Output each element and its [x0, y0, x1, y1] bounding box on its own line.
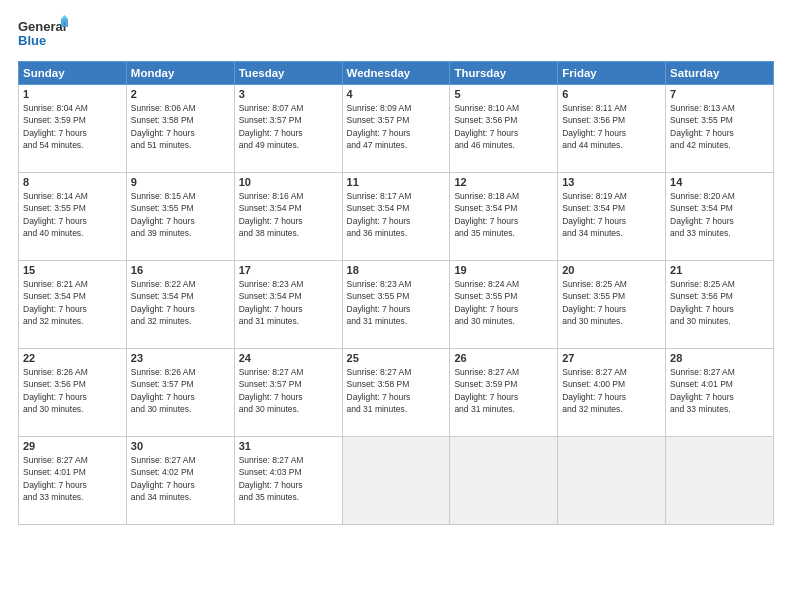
day-number: 21 — [670, 264, 769, 276]
day-info: Sunrise: 8:27 AMSunset: 3:58 PMDaylight:… — [347, 366, 446, 415]
calendar-day-cell: 5Sunrise: 8:10 AMSunset: 3:56 PMDaylight… — [450, 85, 558, 173]
calendar-day-cell: 6Sunrise: 8:11 AMSunset: 3:56 PMDaylight… — [558, 85, 666, 173]
calendar-day-cell: 17Sunrise: 8:23 AMSunset: 3:54 PMDayligh… — [234, 261, 342, 349]
calendar-day-header: Friday — [558, 62, 666, 85]
day-info: Sunrise: 8:09 AMSunset: 3:57 PMDaylight:… — [347, 102, 446, 151]
calendar-day-cell: 29Sunrise: 8:27 AMSunset: 4:01 PMDayligh… — [19, 437, 127, 525]
calendar-day-header: Sunday — [19, 62, 127, 85]
svg-marker-3 — [61, 15, 68, 19]
calendar-day-cell: 15Sunrise: 8:21 AMSunset: 3:54 PMDayligh… — [19, 261, 127, 349]
calendar-day-cell — [558, 437, 666, 525]
calendar-day-cell — [450, 437, 558, 525]
day-number: 1 — [23, 88, 122, 100]
calendar-day-cell: 12Sunrise: 8:18 AMSunset: 3:54 PMDayligh… — [450, 173, 558, 261]
day-info: Sunrise: 8:27 AMSunset: 4:03 PMDaylight:… — [239, 454, 338, 503]
calendar-week-row: 8Sunrise: 8:14 AMSunset: 3:55 PMDaylight… — [19, 173, 774, 261]
day-info: Sunrise: 8:27 AMSunset: 4:01 PMDaylight:… — [23, 454, 122, 503]
day-info: Sunrise: 8:16 AMSunset: 3:54 PMDaylight:… — [239, 190, 338, 239]
calendar-week-row: 22Sunrise: 8:26 AMSunset: 3:56 PMDayligh… — [19, 349, 774, 437]
calendar-day-header: Monday — [126, 62, 234, 85]
calendar-day-cell: 11Sunrise: 8:17 AMSunset: 3:54 PMDayligh… — [342, 173, 450, 261]
logo: General Blue — [18, 15, 68, 51]
calendar-day-cell: 4Sunrise: 8:09 AMSunset: 3:57 PMDaylight… — [342, 85, 450, 173]
day-info: Sunrise: 8:07 AMSunset: 3:57 PMDaylight:… — [239, 102, 338, 151]
svg-text:General: General — [18, 19, 66, 34]
day-info: Sunrise: 8:23 AMSunset: 3:55 PMDaylight:… — [347, 278, 446, 327]
day-number: 2 — [131, 88, 230, 100]
day-number: 22 — [23, 352, 122, 364]
day-number: 17 — [239, 264, 338, 276]
day-number: 9 — [131, 176, 230, 188]
calendar-day-cell — [666, 437, 774, 525]
day-number: 14 — [670, 176, 769, 188]
calendar-day-cell: 22Sunrise: 8:26 AMSunset: 3:56 PMDayligh… — [19, 349, 127, 437]
day-number: 18 — [347, 264, 446, 276]
day-info: Sunrise: 8:20 AMSunset: 3:54 PMDaylight:… — [670, 190, 769, 239]
day-number: 24 — [239, 352, 338, 364]
day-number: 30 — [131, 440, 230, 452]
calendar-day-cell: 14Sunrise: 8:20 AMSunset: 3:54 PMDayligh… — [666, 173, 774, 261]
day-number: 5 — [454, 88, 553, 100]
day-info: Sunrise: 8:27 AMSunset: 4:00 PMDaylight:… — [562, 366, 661, 415]
day-info: Sunrise: 8:23 AMSunset: 3:54 PMDaylight:… — [239, 278, 338, 327]
calendar-day-cell: 16Sunrise: 8:22 AMSunset: 3:54 PMDayligh… — [126, 261, 234, 349]
day-info: Sunrise: 8:18 AMSunset: 3:54 PMDaylight:… — [454, 190, 553, 239]
calendar-week-row: 29Sunrise: 8:27 AMSunset: 4:01 PMDayligh… — [19, 437, 774, 525]
calendar-day-cell — [342, 437, 450, 525]
calendar-day-cell: 25Sunrise: 8:27 AMSunset: 3:58 PMDayligh… — [342, 349, 450, 437]
calendar-day-header: Saturday — [666, 62, 774, 85]
day-number: 31 — [239, 440, 338, 452]
calendar-day-cell: 18Sunrise: 8:23 AMSunset: 3:55 PMDayligh… — [342, 261, 450, 349]
calendar-day-cell: 8Sunrise: 8:14 AMSunset: 3:55 PMDaylight… — [19, 173, 127, 261]
calendar-day-cell: 31Sunrise: 8:27 AMSunset: 4:03 PMDayligh… — [234, 437, 342, 525]
day-number: 3 — [239, 88, 338, 100]
day-number: 19 — [454, 264, 553, 276]
calendar-day-cell: 23Sunrise: 8:26 AMSunset: 3:57 PMDayligh… — [126, 349, 234, 437]
calendar-day-cell: 1Sunrise: 8:04 AMSunset: 3:59 PMDaylight… — [19, 85, 127, 173]
day-number: 11 — [347, 176, 446, 188]
day-info: Sunrise: 8:24 AMSunset: 3:55 PMDaylight:… — [454, 278, 553, 327]
day-number: 16 — [131, 264, 230, 276]
calendar-day-cell: 28Sunrise: 8:27 AMSunset: 4:01 PMDayligh… — [666, 349, 774, 437]
day-info: Sunrise: 8:15 AMSunset: 3:55 PMDaylight:… — [131, 190, 230, 239]
day-number: 10 — [239, 176, 338, 188]
calendar-day-cell: 10Sunrise: 8:16 AMSunset: 3:54 PMDayligh… — [234, 173, 342, 261]
calendar-week-row: 1Sunrise: 8:04 AMSunset: 3:59 PMDaylight… — [19, 85, 774, 173]
day-info: Sunrise: 8:27 AMSunset: 4:01 PMDaylight:… — [670, 366, 769, 415]
day-number: 6 — [562, 88, 661, 100]
calendar-day-header: Thursday — [450, 62, 558, 85]
day-number: 20 — [562, 264, 661, 276]
day-info: Sunrise: 8:13 AMSunset: 3:55 PMDaylight:… — [670, 102, 769, 151]
calendar-day-cell: 21Sunrise: 8:25 AMSunset: 3:56 PMDayligh… — [666, 261, 774, 349]
day-number: 25 — [347, 352, 446, 364]
day-number: 13 — [562, 176, 661, 188]
calendar-day-cell: 27Sunrise: 8:27 AMSunset: 4:00 PMDayligh… — [558, 349, 666, 437]
day-info: Sunrise: 8:17 AMSunset: 3:54 PMDaylight:… — [347, 190, 446, 239]
calendar-day-cell: 3Sunrise: 8:07 AMSunset: 3:57 PMDaylight… — [234, 85, 342, 173]
day-info: Sunrise: 8:25 AMSunset: 3:55 PMDaylight:… — [562, 278, 661, 327]
page-header: General Blue — [18, 15, 774, 51]
day-number: 7 — [670, 88, 769, 100]
calendar-day-cell: 20Sunrise: 8:25 AMSunset: 3:55 PMDayligh… — [558, 261, 666, 349]
day-info: Sunrise: 8:14 AMSunset: 3:55 PMDaylight:… — [23, 190, 122, 239]
day-info: Sunrise: 8:26 AMSunset: 3:56 PMDaylight:… — [23, 366, 122, 415]
day-info: Sunrise: 8:22 AMSunset: 3:54 PMDaylight:… — [131, 278, 230, 327]
day-number: 28 — [670, 352, 769, 364]
calendar-day-cell: 24Sunrise: 8:27 AMSunset: 3:57 PMDayligh… — [234, 349, 342, 437]
calendar-table: SundayMondayTuesdayWednesdayThursdayFrid… — [18, 61, 774, 525]
day-number: 29 — [23, 440, 122, 452]
day-number: 12 — [454, 176, 553, 188]
calendar-day-cell: 9Sunrise: 8:15 AMSunset: 3:55 PMDaylight… — [126, 173, 234, 261]
day-info: Sunrise: 8:04 AMSunset: 3:59 PMDaylight:… — [23, 102, 122, 151]
day-info: Sunrise: 8:25 AMSunset: 3:56 PMDaylight:… — [670, 278, 769, 327]
calendar-day-header: Tuesday — [234, 62, 342, 85]
day-info: Sunrise: 8:19 AMSunset: 3:54 PMDaylight:… — [562, 190, 661, 239]
day-info: Sunrise: 8:11 AMSunset: 3:56 PMDaylight:… — [562, 102, 661, 151]
day-info: Sunrise: 8:27 AMSunset: 4:02 PMDaylight:… — [131, 454, 230, 503]
calendar-day-cell: 13Sunrise: 8:19 AMSunset: 3:54 PMDayligh… — [558, 173, 666, 261]
svg-text:Blue: Blue — [18, 33, 46, 48]
calendar-day-cell: 2Sunrise: 8:06 AMSunset: 3:58 PMDaylight… — [126, 85, 234, 173]
svg-marker-2 — [61, 19, 68, 27]
day-number: 27 — [562, 352, 661, 364]
calendar-header-row: SundayMondayTuesdayWednesdayThursdayFrid… — [19, 62, 774, 85]
